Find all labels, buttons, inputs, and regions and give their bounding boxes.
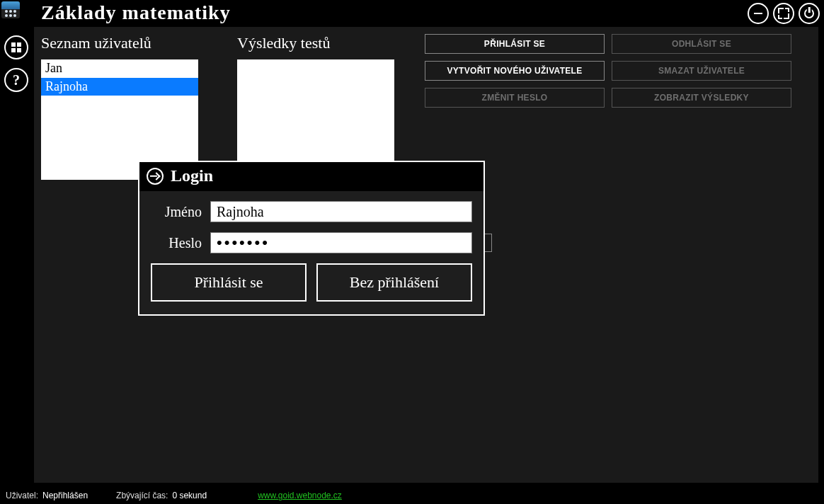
results-heading: Výsledky testů <box>237 34 330 52</box>
list-item[interactable]: Rajnoha <box>41 78 198 96</box>
name-input[interactable] <box>210 201 472 222</box>
status-link[interactable]: www.goid.webnode.cz <box>258 491 342 500</box>
dialog-titlebar: Login <box>139 162 483 191</box>
list-item[interactable]: Jan <box>41 59 198 78</box>
dialog-skip-button[interactable]: Bez přihlášení <box>316 263 472 302</box>
app-icon <box>1 1 20 18</box>
password-label: Heslo <box>151 235 210 251</box>
fullscreen-button[interactable] <box>773 3 794 24</box>
action-buttons: Přihlásit se Odhlásit se Vytvořit nového… <box>425 34 791 108</box>
window-controls <box>748 3 820 24</box>
name-label: Jméno <box>151 204 210 220</box>
help-icon[interactable]: ? <box>4 68 28 92</box>
logout-button: Odhlásit se <box>612 34 791 54</box>
password-input[interactable] <box>210 232 472 253</box>
delete-user-button: Smazat uživatele <box>612 61 791 81</box>
users-heading: Seznam uživatelů <box>41 34 151 52</box>
new-user-button[interactable]: Vytvořit nového uživatele <box>425 61 605 81</box>
dialog-title-text: Login <box>171 166 213 185</box>
login-dialog: Login Jméno Heslo Přihlásit se Bez přihl… <box>138 161 485 316</box>
login-icon <box>147 168 164 185</box>
change-password-button: Změnit heslo <box>425 88 605 108</box>
power-button[interactable] <box>799 3 820 24</box>
status-bar: Uživatel: Nepřihlášen Zbývající čas: 0 s… <box>0 487 824 504</box>
status-time-label: Zbývající čas: <box>116 491 168 500</box>
status-time-value: 0 sekund <box>172 491 207 500</box>
login-button[interactable]: Přihlásit se <box>425 34 605 54</box>
app-title: Základy matematiky <box>41 1 231 24</box>
dialog-login-button[interactable]: Přihlásit se <box>151 263 307 302</box>
menu-icon[interactable] <box>4 35 28 59</box>
status-user-label: Uživatel: <box>6 491 38 500</box>
status-user-value: Nepřihlášen <box>42 491 88 500</box>
show-results-button: Zobrazit výsledky <box>612 88 791 108</box>
minimize-button[interactable] <box>748 3 769 24</box>
